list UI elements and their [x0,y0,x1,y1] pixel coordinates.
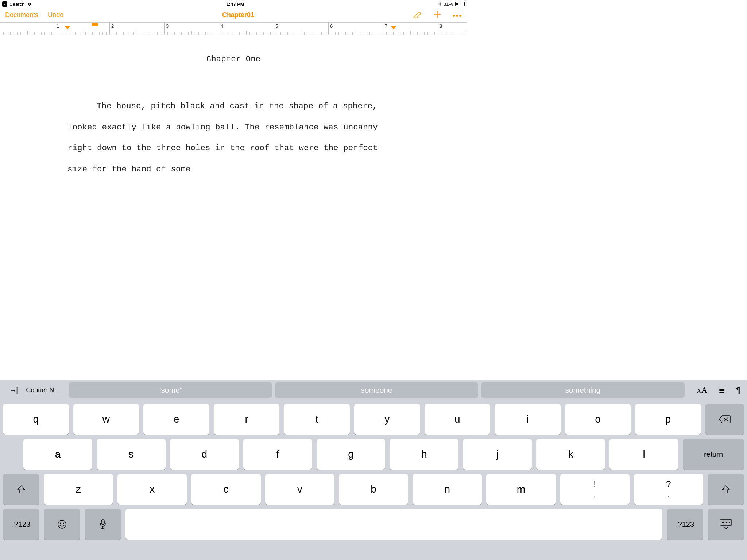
ruler[interactable]: 12345678 [0,23,467,35]
format-brush-icon[interactable] [413,10,422,20]
first-line-indent-marker[interactable] [92,23,98,26]
app-toolbar: Documents Undo Chapter01 [0,8,467,23]
right-indent-marker[interactable] [391,26,396,30]
more-icon[interactable] [452,11,462,19]
bluetooth-icon [438,1,441,7]
wifi-icon [27,2,32,6]
ruler-label-7: 7 [383,23,387,35]
document-title[interactable]: Chapter01 [63,11,413,19]
svg-point-4 [460,15,461,16]
documents-button[interactable]: Documents [5,11,38,19]
svg-point-2 [453,15,454,16]
ruler-label-1: 1 [55,23,59,35]
ruler-label-2: 2 [109,23,114,35]
back-to-search-chip-icon[interactable]: ‹ [2,1,7,7]
svg-point-3 [456,15,458,16]
status-bar: ‹ Search 1:47 PM 31% [0,0,467,8]
back-to-search-label[interactable]: Search [9,1,24,7]
document-area[interactable]: Chapter One The house, pitch black and c… [0,35,467,180]
undo-button[interactable]: Undo [48,11,63,19]
status-time: 1:47 PM [32,1,438,7]
battery-percent: 31% [444,1,453,7]
doc-heading[interactable]: Chapter One [67,49,399,70]
doc-body[interactable]: The house, pitch black and cast in the s… [67,96,399,180]
ruler-label-4: 4 [219,23,223,35]
ruler-label-8: 8 [438,23,442,35]
ruler-label-5: 5 [274,23,278,35]
ruler-label-3: 3 [164,23,169,35]
add-icon[interactable] [433,10,441,20]
left-indent-marker[interactable] [65,26,70,30]
battery-icon [455,2,465,6]
ruler-label-6: 6 [328,23,333,35]
